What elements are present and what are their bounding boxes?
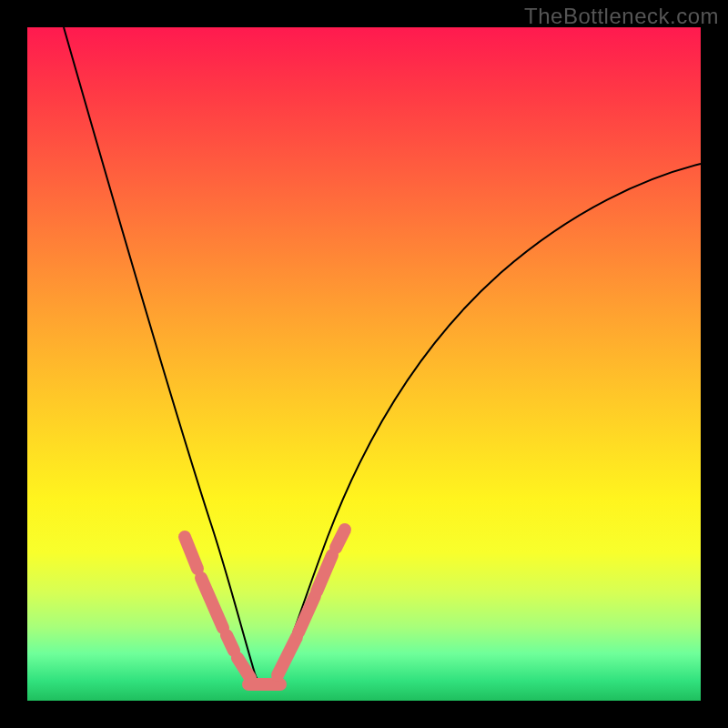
- bottleneck-curve: [27, 27, 701, 701]
- watermark-text: TheBottleneck.com: [524, 4, 719, 29]
- curve-path: [64, 27, 701, 687]
- seg-left-1: [185, 537, 197, 569]
- seg-right-4: [336, 530, 345, 548]
- seg-right-2: [298, 596, 315, 632]
- seg-left-3: [227, 635, 234, 651]
- seg-left-4: [238, 658, 250, 678]
- seg-left-2: [201, 578, 223, 628]
- seg-right-1: [278, 637, 297, 675]
- outer-frame: TheBottleneck.com: [0, 0, 728, 728]
